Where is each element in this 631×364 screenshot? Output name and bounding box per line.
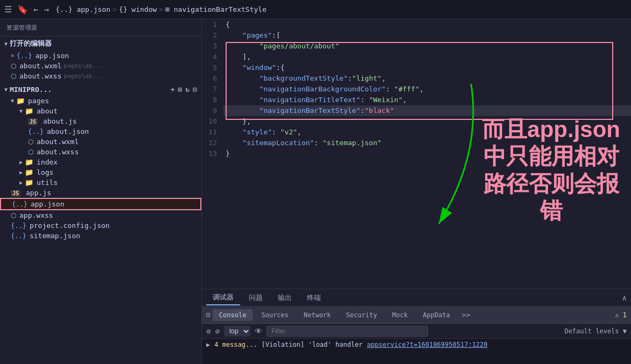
line-content-2: "pages":[ (223, 30, 631, 41)
app-json-name: app.json (31, 200, 65, 208)
about-json-file[interactable]: {..} about.json (0, 126, 201, 137)
toolbar-icons: ☰ 🔖 ← → (4, 4, 49, 15)
top-bar: ☰ 🔖 ← → {..} app.json > {} window > ⊞ na… (0, 0, 631, 19)
console-message-count: 4 messag... (214, 341, 257, 348)
console-context-select[interactable]: top (224, 326, 250, 337)
breadcrumb-window[interactable]: {} window (119, 5, 157, 13)
logs-folder-name: logs (37, 168, 53, 176)
open-editor-about-wxss-name: about.wxss (19, 72, 61, 80)
devtools-tab-mock[interactable]: Mock (385, 309, 414, 321)
devtools-tab-network[interactable]: Network (297, 309, 338, 321)
open-editor-app-json[interactable]: × {..} app.json (0, 51, 201, 61)
forward-icon[interactable]: → (44, 4, 50, 15)
sitemap-name: sitemap.json (30, 232, 80, 240)
breadcrumb-file[interactable]: {..} app.json (55, 5, 110, 13)
console-log-link[interactable]: appservice?t=1601869950517:1220 (367, 341, 488, 348)
logs-folder[interactable]: ▶ 📁 logs (0, 167, 201, 177)
app-js-icon: JS (11, 189, 20, 197)
line-num-9: 9 (202, 105, 223, 116)
sitemap-file[interactable]: {..} sitemap.json (0, 231, 201, 241)
line-num-7: 7 (202, 84, 223, 95)
line-content-5: "window":{ (223, 62, 631, 73)
miniproject-label: MINIPRO... (10, 85, 52, 94)
line-num-5: 5 (202, 62, 223, 73)
code-line-9: 9 "navigationBarTextStyle":"black" (202, 105, 631, 116)
project-config-icon: {..} (11, 222, 26, 230)
about-wxml-file[interactable]: ⬡ about.wxml (0, 137, 201, 147)
utils-caret: ▶ (19, 180, 23, 185)
console-eye-icon[interactable]: 👁 (255, 327, 262, 336)
sidebar: 资源管理器 ▼ 打开的编辑器 × {..} app.json ⬡ about.w… (0, 19, 202, 364)
miniproject-header[interactable]: ▼ MINIPRO... + ⊞ ↻ ⊟ (0, 83, 201, 96)
about-wxml-name: about.wxml (37, 138, 79, 146)
refresh-icon[interactable]: ↻ (185, 85, 190, 94)
utils-folder[interactable]: ▶ 📁 utils (0, 177, 201, 188)
console-log-text: [Violation] 'load' handler (262, 341, 363, 348)
code-lines: 1 { 2 "pages":[ 3 "pages/about/about" 4 (202, 19, 631, 159)
tab-terminal[interactable]: 终端 (300, 291, 327, 305)
open-editors-header[interactable]: ▼ 打开的编辑器 (0, 37, 201, 51)
line-content-4: ], (223, 52, 631, 62)
bookmark-icon[interactable]: 🔖 (17, 4, 28, 15)
about-json-name: about.json (47, 127, 89, 135)
line-content-10: }, (223, 116, 631, 127)
new-file-icon[interactable]: + (171, 85, 175, 94)
pages-folder-icon: 📁 (16, 97, 25, 105)
project-config-file[interactable]: {..} project.config.json (0, 220, 201, 231)
default-levels-dropdown[interactable]: Default levels ▼ (564, 327, 627, 335)
open-editors-caret: ▼ (4, 41, 8, 47)
open-editor-about-wxml[interactable]: ⬡ about.wxml pages\ab... (0, 61, 201, 71)
about-wxml-path: pages\ab... (64, 62, 103, 69)
line-content-7: "navigationBarBackgroundColor": "#fff", (223, 84, 631, 95)
console-toolbar: ⊘ ⊘ top 👁 Default levels ▼ (202, 324, 631, 339)
list-icon[interactable]: ☰ (4, 4, 12, 15)
devtools-tab-appdata[interactable]: AppData (416, 309, 457, 321)
editor-area: 而且app.json中只能用相对路径否则会报错 1 { 2 (202, 19, 631, 364)
console-clear-btn[interactable]: ⊘ (206, 327, 211, 336)
about-wxss-file[interactable]: ⬡ about.wxss (0, 147, 201, 157)
open-editor-about-wxss[interactable]: ⬡ about.wxss pages\ab... (0, 71, 201, 81)
line-num-6: 6 (202, 73, 223, 84)
app-json-icon: {..} (12, 201, 27, 208)
line-content-12: "sitemapLocation": "sitemap.json" (223, 138, 631, 148)
console-log-entry: ▶ 4 messag... [Violation] 'load' handler… (202, 339, 631, 351)
app-wxss-file[interactable]: ⬡ app.wxss (0, 210, 201, 220)
pages-folder[interactable]: ▼ 📁 pages (0, 96, 201, 106)
code-line-11: 11 "style": "v2", (202, 127, 631, 138)
new-folder-icon[interactable]: ⊞ (178, 85, 183, 94)
line-content-13: } (223, 148, 631, 159)
console-block-btn[interactable]: ⊘ (215, 327, 219, 336)
breadcrumb-sep1: > (113, 5, 117, 13)
app-js-file[interactable]: JS app.js (0, 188, 201, 198)
breadcrumb: {..} app.json > {} window > ⊞ navigation… (55, 5, 267, 13)
close-icon[interactable]: × (11, 52, 15, 59)
code-line-13: 13 } (202, 148, 631, 159)
tab-debugger[interactable]: 调试器 (206, 290, 240, 305)
about-folder[interactable]: ▼ 📁 about (0, 106, 201, 116)
breadcrumb-nav[interactable]: ⊞ navigationBarTextStyle (165, 5, 267, 13)
panel-tabs: 调试器 问题 输出 终端 ∧ (202, 289, 631, 306)
code-line-2: 2 "pages":[ (202, 30, 631, 41)
back-icon[interactable]: ← (33, 4, 39, 15)
about-wxss-path: pages\ab... (64, 73, 103, 80)
devtools-more-btn[interactable]: >> (459, 310, 474, 320)
console-filter-input[interactable] (267, 326, 428, 337)
devtools-tab-security[interactable]: Security (340, 309, 384, 321)
line-content-9: "navigationBarTextStyle":"black" (223, 105, 631, 116)
app-json-file-selected[interactable]: {..} app.json (0, 198, 201, 210)
panel-up-icon[interactable]: ∧ (622, 294, 627, 302)
devtools-inspect-icon[interactable]: ⊡ (206, 311, 211, 319)
about-js-file[interactable]: JS about.js (0, 116, 201, 126)
code-editor[interactable]: 而且app.json中只能用相对路径否则会报错 1 { 2 (202, 19, 631, 289)
line-num-12: 12 (202, 138, 223, 148)
logs-caret: ▶ (19, 169, 23, 175)
tab-output[interactable]: 输出 (271, 291, 298, 305)
collapse-icon[interactable]: ⊟ (193, 85, 197, 94)
devtools-tab-console[interactable]: Console (213, 309, 253, 321)
miniproject-caret: ▼ (4, 87, 8, 92)
devtools-tab-sources[interactable]: Sources (255, 309, 295, 321)
index-folder[interactable]: ▶ 📁 index (0, 157, 201, 167)
wxml-file-icon: ⬡ (11, 62, 16, 70)
code-line-5: 5 "window":{ (202, 62, 631, 73)
tab-problems[interactable]: 问题 (242, 291, 269, 305)
